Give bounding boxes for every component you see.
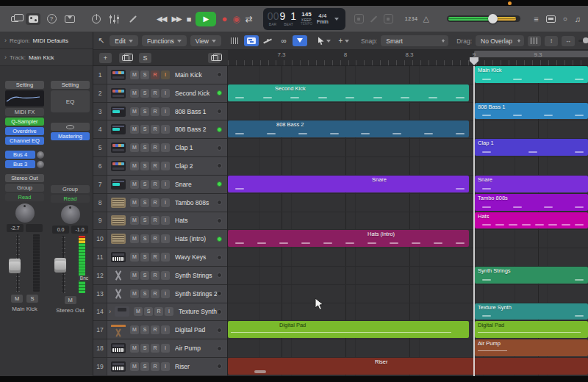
vertical-zoom-button[interactable]: ↕ bbox=[545, 36, 558, 46]
track-lane[interactable]: Hats (intro) bbox=[228, 230, 588, 248]
track-s-button[interactable]: S bbox=[140, 180, 149, 189]
track-header[interactable]: 5MSRIClap 1 bbox=[93, 139, 227, 157]
track-m-button[interactable]: M bbox=[130, 162, 139, 170]
disclosure-chevron-icon[interactable]: › bbox=[109, 308, 111, 315]
eq-thumbnail[interactable] bbox=[5, 90, 44, 107]
send-slot[interactable]: Bus 3 bbox=[5, 160, 44, 168]
track-i-button[interactable]: I bbox=[161, 89, 170, 98]
track-r-button[interactable]: R bbox=[151, 289, 159, 298]
track-i-button[interactable]: I bbox=[161, 143, 170, 152]
track-i-button[interactable]: I bbox=[161, 234, 170, 243]
track-header[interactable]: 17MSRIDigital Pad bbox=[93, 321, 227, 339]
list-editors-button[interactable]: ≡ bbox=[534, 15, 538, 24]
track-header[interactable]: 12MSRISynth Strings bbox=[93, 267, 227, 285]
automation-button[interactable] bbox=[260, 35, 275, 46]
fader-cap[interactable] bbox=[9, 259, 21, 273]
track-lane[interactable]: Synth Strings bbox=[228, 267, 588, 285]
track-s-button[interactable]: S bbox=[140, 71, 149, 79]
track-r-button[interactable]: R bbox=[151, 143, 159, 152]
edit-menu-button[interactable]: Edit bbox=[110, 35, 138, 46]
track-status-dot[interactable] bbox=[217, 145, 222, 151]
track-lane[interactable]: Clap 1 bbox=[228, 139, 588, 157]
back-navigation-icon[interactable]: ↖ bbox=[98, 36, 104, 46]
track-status-dot[interactable] bbox=[217, 309, 222, 314]
forward-button[interactable]: ▶▶ bbox=[171, 15, 181, 23]
track-s-button[interactable]: S bbox=[140, 362, 149, 371]
track-status-dot[interactable] bbox=[217, 200, 222, 205]
compressor-slot-button[interactable] bbox=[51, 123, 90, 131]
stereo-out-slot-button[interactable]: Stereo Out bbox=[5, 174, 44, 182]
midi-region[interactable]: Snare bbox=[475, 176, 588, 192]
track-status-dot[interactable] bbox=[217, 72, 222, 77]
track-s-button[interactable]: S bbox=[140, 162, 149, 170]
pencil-mode-icon[interactable] bbox=[370, 15, 377, 22]
track-header[interactable]: 3MSRI808 Bass 1 bbox=[93, 103, 227, 121]
pan-knob[interactable] bbox=[15, 203, 35, 223]
track-lane[interactable]: Main Kick bbox=[228, 66, 588, 84]
quick-help-button[interactable]: ? bbox=[44, 13, 59, 25]
master-solo-button[interactable]: S bbox=[139, 53, 151, 63]
track-m-button[interactable]: M bbox=[130, 125, 139, 134]
midi-region[interactable]: Synth Strings bbox=[475, 267, 588, 284]
send-knob[interactable] bbox=[37, 161, 44, 168]
track-r-button[interactable]: R bbox=[151, 107, 159, 116]
track-i-button[interactable]: I bbox=[161, 162, 170, 170]
midi-region[interactable]: 808 Bass 2 bbox=[228, 120, 469, 137]
midi-region[interactable]: Digital Pad bbox=[228, 321, 469, 338]
midi-region[interactable]: Hats (intro) bbox=[228, 230, 469, 247]
track-i-button[interactable]: I bbox=[161, 71, 170, 79]
volume-fader[interactable] bbox=[5, 234, 44, 292]
track-i-button[interactable]: I bbox=[161, 289, 170, 298]
midi-region[interactable]: Clap 1 bbox=[475, 139, 588, 156]
track-i-button[interactable]: I bbox=[161, 325, 170, 334]
drag-dropdown[interactable]: No Overlap bbox=[476, 35, 524, 46]
solo-button[interactable]: S bbox=[26, 295, 38, 303]
region-disclosure-icon[interactable]: › bbox=[4, 37, 7, 44]
track-s-button[interactable]: S bbox=[140, 125, 149, 134]
inspector-toggle-button[interactable] bbox=[26, 13, 40, 25]
region-inspector-row[interactable]: › Region: MIDI Defaults bbox=[0, 32, 93, 49]
loop-button[interactable]: ∞ bbox=[276, 35, 291, 46]
track-s-button[interactable]: S bbox=[140, 143, 149, 152]
track-m-button[interactable]: M bbox=[130, 344, 139, 353]
peak-value[interactable] bbox=[26, 224, 43, 232]
slider-knob[interactable] bbox=[583, 37, 588, 43]
media-browser-button[interactable]: ♫ bbox=[575, 15, 581, 24]
send-bus-button[interactable]: Bus 3 bbox=[5, 160, 35, 168]
track-m-button[interactable]: M bbox=[130, 107, 139, 116]
volume-fader[interactable]: Bnc bbox=[51, 236, 90, 293]
track-lane[interactable]: 808 Bass 2 bbox=[228, 120, 588, 139]
horizontal-zoom-button[interactable]: ↔ bbox=[562, 36, 575, 46]
bar-ruler[interactable]: 7.388.399.3 bbox=[228, 50, 588, 65]
mute-button[interactable]: M bbox=[11, 295, 23, 303]
library-toggle-button[interactable] bbox=[7, 13, 22, 25]
volume-value[interactable]: 0.0 bbox=[52, 226, 69, 234]
midi-region[interactable]: Riser bbox=[228, 358, 588, 375]
group-slot-button[interactable]: Group bbox=[5, 184, 44, 192]
track-r-button[interactable]: R bbox=[151, 71, 159, 79]
track-m-button[interactable]: M bbox=[130, 362, 139, 371]
track-lane[interactable]: Tambo 808s bbox=[228, 194, 588, 212]
track-status-dot[interactable] bbox=[217, 109, 222, 114]
track-i-button[interactable]: I bbox=[161, 362, 170, 371]
master-volume-slider[interactable] bbox=[447, 15, 520, 22]
track-header[interactable]: 11MSRIWavy Keys bbox=[93, 248, 227, 267]
track-r-button[interactable]: R bbox=[151, 234, 159, 243]
pan-knob[interactable] bbox=[61, 205, 80, 224]
capture-record-button[interactable]: ◉ bbox=[232, 14, 240, 24]
track-status-dot[interactable] bbox=[217, 364, 222, 369]
track-m-button[interactable]: M bbox=[130, 198, 139, 207]
track-header[interactable]: 7MSRISnare bbox=[93, 176, 227, 194]
track-status-dot[interactable] bbox=[217, 218, 222, 223]
track-header[interactable]: 4MSRI808 Bass 2 bbox=[93, 120, 227, 139]
track-lane[interactable] bbox=[228, 285, 588, 303]
setting-slot-button[interactable]: Setting bbox=[5, 81, 44, 89]
editors-button[interactable] bbox=[126, 13, 140, 25]
cycle-button[interactable]: ⇄ bbox=[245, 14, 253, 24]
track-status-dot[interactable] bbox=[217, 127, 222, 132]
grid-view-button[interactable] bbox=[228, 35, 243, 46]
eq-slot-button[interactable]: EQ bbox=[51, 90, 90, 112]
track-header-view-button[interactable] bbox=[208, 53, 220, 63]
view-menu-button[interactable]: View bbox=[190, 35, 221, 46]
track-status-dot[interactable] bbox=[217, 255, 222, 260]
